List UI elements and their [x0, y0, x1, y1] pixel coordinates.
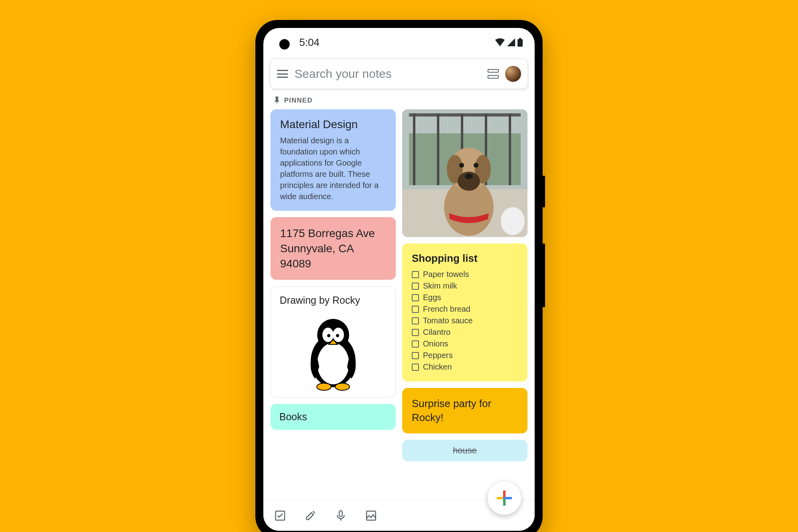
- power-button: [543, 176, 545, 208]
- svg-rect-16: [413, 113, 415, 185]
- list-item[interactable]: Onions: [412, 338, 518, 350]
- checkbox-icon[interactable]: [412, 283, 419, 290]
- svg-rect-0: [518, 39, 523, 47]
- image-tool-icon[interactable]: [365, 509, 377, 522]
- hamburger-icon[interactable]: [277, 70, 288, 78]
- note-title: Shopping list: [412, 252, 518, 265]
- status-bar: 5:04: [263, 28, 535, 57]
- svg-point-28: [465, 174, 473, 179]
- item-label: Tomato sauce: [423, 316, 473, 325]
- list-item[interactable]: Cilantro: [412, 326, 518, 338]
- phone-frame: 5:04 Search your notes PINNED Material D…: [255, 20, 543, 532]
- item-label: Paper towels: [423, 270, 469, 279]
- note-body: Material design is a foundation upon whi…: [280, 135, 386, 202]
- item-label: Peppers: [423, 351, 453, 360]
- fab-new-note[interactable]: [488, 481, 521, 515]
- item-label: Onions: [423, 339, 448, 348]
- note-body: house: [453, 445, 477, 455]
- item-label: Cilantro: [423, 328, 450, 337]
- battery-icon: [518, 38, 523, 47]
- view-toggle-icon[interactable]: [488, 69, 499, 79]
- item-label: Eggs: [423, 293, 441, 302]
- note-surprise-party[interactable]: Surprise party for Rocky!: [402, 388, 527, 433]
- brush-tool-icon[interactable]: [304, 509, 317, 522]
- svg-rect-36: [339, 510, 342, 516]
- note-title: Material Design: [280, 118, 386, 131]
- svg-rect-14: [409, 113, 521, 117]
- note-lightblue-partial[interactable]: house: [402, 440, 527, 461]
- svg-rect-20: [509, 113, 511, 185]
- checkbox-icon[interactable]: [412, 352, 419, 359]
- pinned-label: PINNED: [284, 97, 312, 105]
- checkbox-icon[interactable]: [412, 329, 419, 336]
- svg-rect-31: [505, 497, 512, 499]
- checkbox-icon[interactable]: [412, 317, 419, 324]
- svg-point-4: [317, 343, 349, 384]
- svg-point-9: [317, 383, 331, 390]
- svg-rect-17: [437, 113, 439, 185]
- mic-tool-icon[interactable]: [334, 509, 347, 522]
- drawing-canvas: [280, 310, 387, 392]
- notes-grid: Material Design Material design is a fou…: [263, 109, 535, 461]
- svg-point-29: [501, 207, 525, 235]
- note-title: Books: [279, 411, 387, 423]
- svg-point-10: [335, 383, 350, 390]
- svg-point-27: [474, 163, 478, 168]
- dog-photo: [402, 109, 527, 237]
- item-label: French bread: [423, 305, 470, 314]
- list-item[interactable]: Tomato sauce: [412, 315, 518, 326]
- svg-rect-32: [503, 499, 506, 506]
- clock: 5:04: [299, 36, 320, 49]
- note-shopping-list[interactable]: Shopping list Paper towels Skim milk Egg…: [402, 243, 527, 382]
- svg-rect-1: [519, 38, 521, 40]
- checklist: Paper towels Skim milk Eggs French bread…: [412, 269, 518, 373]
- plus-icon: [496, 490, 513, 506]
- checkbox-icon[interactable]: [412, 340, 419, 348]
- note-body: Surprise party for Rocky!: [412, 397, 518, 425]
- item-label: Skim milk: [423, 281, 457, 291]
- item-label: Chicken: [423, 362, 452, 372]
- list-item[interactable]: Chicken: [412, 361, 518, 373]
- note-drawing[interactable]: Drawing by Rocky: [271, 286, 396, 398]
- volume-button: [543, 243, 545, 307]
- cellular-icon: [507, 38, 515, 46]
- pin-icon: [274, 97, 280, 105]
- list-item[interactable]: Paper towels: [412, 269, 518, 280]
- svg-rect-33: [497, 497, 504, 499]
- checkbox-tool-icon[interactable]: [274, 509, 286, 522]
- note-title: Drawing by Rocky: [280, 295, 387, 306]
- search-bar[interactable]: Search your notes: [271, 59, 527, 89]
- checkbox-icon[interactable]: [412, 294, 419, 301]
- list-item[interactable]: Skim milk: [412, 280, 518, 292]
- penguin-drawing: [303, 315, 363, 391]
- svg-point-8: [336, 334, 339, 337]
- grid-column-right: Shopping list Paper towels Skim milk Egg…: [402, 109, 527, 461]
- status-icons: [495, 38, 523, 47]
- note-body: 1175 Borregas Ave Sunnyvale, CA 94089: [280, 226, 386, 271]
- svg-point-26: [459, 163, 464, 168]
- list-item[interactable]: Peppers: [412, 350, 518, 361]
- search-input[interactable]: Search your notes: [294, 67, 481, 81]
- svg-point-7: [327, 334, 330, 337]
- svg-rect-30: [503, 490, 506, 497]
- avatar[interactable]: [505, 66, 521, 82]
- svg-rect-34: [503, 497, 506, 499]
- note-dog-photo[interactable]: [402, 109, 527, 237]
- list-item[interactable]: Eggs: [412, 292, 518, 303]
- wifi-icon: [495, 38, 505, 46]
- note-address[interactable]: 1175 Borregas Ave Sunnyvale, CA 94089: [271, 217, 396, 280]
- checkbox-icon[interactable]: [412, 271, 419, 278]
- checkbox-icon[interactable]: [412, 364, 419, 371]
- note-material-design[interactable]: Material Design Material design is a fou…: [271, 109, 396, 211]
- screen: 5:04 Search your notes PINNED Material D…: [263, 28, 535, 531]
- list-item[interactable]: French bread: [412, 303, 518, 315]
- front-camera: [279, 39, 290, 49]
- pinned-section-header: PINNED: [263, 95, 535, 109]
- note-books-partial[interactable]: Books: [271, 404, 396, 430]
- checkbox-icon[interactable]: [412, 306, 419, 313]
- grid-column-left: Material Design Material design is a fou…: [271, 109, 396, 461]
